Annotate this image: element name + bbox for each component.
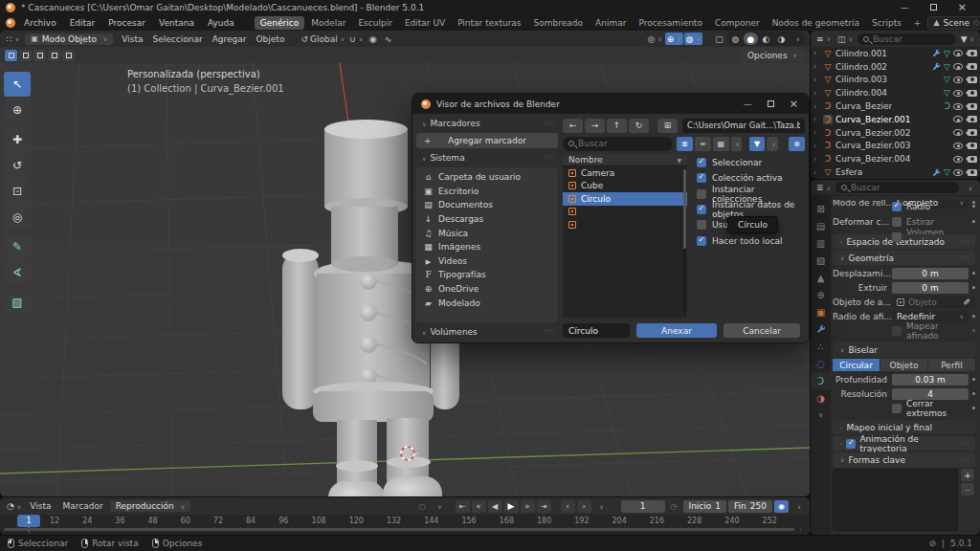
tab-overflow-icon[interactable]: ∨ — [811, 407, 831, 424]
disable-render-icon[interactable] — [968, 50, 977, 56]
visibility-dropdown-icon[interactable]: ◎∨ — [646, 33, 664, 45]
select-mode-subtract[interactable] — [33, 50, 46, 61]
system-folder-item[interactable]: Documentos — [416, 198, 558, 212]
file-row[interactable] — [563, 206, 687, 219]
timeline-marker-menu[interactable]: Marcador — [57, 501, 107, 511]
file-row[interactable]: Círculo — [563, 192, 687, 206]
display-horizontal-list-icon[interactable]: ≡ — [695, 137, 711, 151]
checkbox[interactable] — [892, 404, 902, 413]
append-button[interactable]: Anexar — [636, 323, 717, 338]
checkbox[interactable] — [892, 202, 902, 211]
frame-back-button[interactable]: ‹ — [561, 500, 575, 513]
tab-modifiers[interactable] — [811, 320, 831, 338]
pin-icon[interactable]: ◇ — [973, 18, 979, 27]
filter-dropdown-icon[interactable]: ∨ — [767, 137, 777, 151]
shape-keys-panel[interactable]: ∨Formas clave∷∷ — [833, 452, 975, 467]
path-field[interactable] — [682, 119, 805, 133]
geometry-panel[interactable]: ∨Geometría∷∷ — [833, 251, 975, 265]
outliner-filter-icon[interactable]: ▼∨ — [959, 33, 976, 45]
shading-wireframe-icon[interactable]: ◍ — [728, 33, 743, 45]
file-row[interactable] — [563, 218, 687, 231]
workspace-tab[interactable]: Procesamiento — [633, 16, 708, 30]
dialog-close-button[interactable]: × — [790, 98, 798, 110]
system-folder-item[interactable]: Escritorio — [416, 185, 558, 199]
menu-item[interactable]: Ventana — [152, 16, 201, 30]
workspace-tab[interactable]: Pintar texturas — [452, 16, 526, 30]
deform-checkbox-row[interactable]: Estirar — [892, 215, 975, 228]
playhead[interactable]: 1 — [17, 515, 40, 527]
system-folder-item[interactable]: OneDrive — [416, 282, 558, 297]
current-frame-field[interactable]: 1 — [621, 500, 665, 513]
properties-editor-icon[interactable]: ≣∨ — [814, 182, 833, 194]
timeline-ruler[interactable]: 1224364860728496108120132144156168180192… — [0, 515, 810, 531]
keying-set-dropdown-icon[interactable]: ∨ — [432, 500, 446, 513]
checkbox[interactable] — [697, 220, 706, 230]
select-mode-intersect[interactable] — [62, 50, 75, 61]
fill-caps-checkbox-row[interactable]: Cerrar extremos — [892, 402, 975, 414]
hide-eye-icon[interactable] — [953, 129, 963, 136]
snap-toggle-icon[interactable]: ∪∨ — [347, 33, 365, 45]
gizmos-toggle-icon[interactable]: ⊕∨ — [665, 33, 683, 45]
playback-sync-dropdown-icon[interactable]: ∨ — [593, 500, 608, 513]
select-mode-extend[interactable] — [19, 50, 32, 61]
transform-tool[interactable]: ◎ — [4, 205, 31, 230]
hide-eye-icon[interactable] — [953, 103, 963, 110]
dialog-minimize-button[interactable]: — — [744, 99, 752, 109]
auto-keying-toggle-icon[interactable]: ◉ — [774, 500, 789, 513]
tab-particles[interactable]: ∴ — [811, 338, 831, 355]
viewport-menu-item[interactable]: Agregar — [208, 34, 252, 44]
cursor-tool[interactable]: ⊕ — [4, 98, 31, 122]
select-mode-invert[interactable] — [48, 50, 60, 61]
volumes-panel[interactable]: ∨Volúmenes∷∷ — [416, 325, 558, 339]
display-size-dropdown-icon[interactable]: ∨ — [731, 137, 742, 151]
properties-search[interactable] — [835, 182, 959, 193]
tab-scene[interactable]: ▲ — [811, 269, 831, 286]
file-row[interactable]: Camera — [563, 166, 687, 180]
frame-end-field[interactable]: Fin250 — [728, 500, 772, 513]
hide-eye-icon[interactable] — [953, 169, 963, 176]
outliner-filter-type-icon[interactable]: ◫∨ — [835, 33, 855, 45]
expand-icon[interactable]: › — [813, 128, 820, 137]
disable-render-icon[interactable] — [968, 129, 977, 136]
add-bookmark-button[interactable]: +Agregar marcador — [416, 133, 558, 148]
frame-start-field[interactable]: Inicio1 — [683, 500, 727, 513]
disable-render-icon[interactable] — [968, 116, 977, 122]
bevel-depth-field[interactable]: 0.03 m — [892, 374, 969, 386]
tab-physics[interactable]: ◌ — [811, 355, 831, 372]
disable-render-icon[interactable] — [968, 169, 977, 176]
checkbox[interactable] — [697, 205, 706, 214]
display-thumbnails-icon[interactable]: ▦ — [713, 137, 729, 151]
path-animation-checkbox[interactable] — [846, 439, 856, 449]
menu-item[interactable]: Archivo — [17, 16, 63, 30]
outliner-row[interactable]: › Ɔ Curva_Bezier.001 — [811, 113, 980, 126]
outliner-row[interactable]: › Ɔ Curva_Bezier.004 — [811, 152, 980, 165]
shading-dropdown-icon[interactable]: ∨ — [790, 33, 804, 45]
checkbox[interactable] — [892, 232, 902, 242]
bevel-panel[interactable]: ∨Biselar — [833, 342, 975, 357]
workspace-tab[interactable]: Modelar — [305, 16, 351, 30]
outliner-row[interactable]: › ▽ Cilindro.003 ▽ — [811, 74, 980, 87]
xray-toggle-icon[interactable]: ▢ — [712, 33, 726, 45]
shading-solid-icon[interactable]: ● — [744, 33, 758, 45]
checkbox[interactable] — [697, 158, 706, 167]
app-menu-icon[interactable] — [6, 18, 15, 28]
import-option-row[interactable]: Hacer todo local — [697, 232, 805, 248]
outliner-row[interactable]: › ▽ Cilindro.004 ▽ — [811, 86, 980, 99]
properties-options-icon[interactable]: ∨ — [962, 182, 976, 194]
tab-output[interactable]: ▥ — [811, 234, 831, 252]
tab-object[interactable]: ▣ — [811, 303, 831, 320]
expand-icon[interactable]: › — [813, 168, 820, 177]
disable-render-icon[interactable] — [968, 143, 977, 149]
file-search[interactable] — [563, 137, 673, 151]
play-button[interactable]: ▶ — [504, 500, 519, 513]
move-tool[interactable]: ✚ — [4, 127, 31, 152]
expand-icon[interactable]: › — [813, 115, 820, 123]
timeline-view-menu[interactable]: Vista — [25, 501, 56, 511]
checkbox[interactable] — [892, 217, 902, 227]
workspace-tab[interactable]: Genérico — [255, 16, 304, 30]
system-folder-item[interactable]: Música — [416, 226, 558, 240]
system-folder-item[interactable]: Modelado — [416, 296, 558, 310]
system-folder-item[interactable]: Carpeta de usuario — [416, 170, 558, 185]
close-button[interactable]: × — [958, 1, 967, 13]
menu-item[interactable]: Editar — [63, 16, 102, 30]
